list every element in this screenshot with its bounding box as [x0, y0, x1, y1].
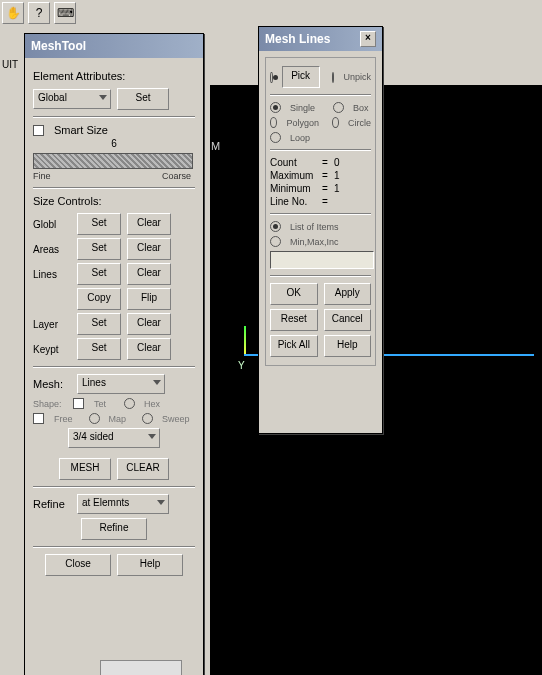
refine-label: Refine [33, 498, 71, 510]
size-controls-label: Size Controls: [33, 195, 195, 207]
map-radio[interactable] [89, 413, 100, 424]
polygon-label: Polygon [286, 118, 319, 128]
hex-label: Hex [144, 399, 160, 409]
smartsize-slider[interactable] [33, 153, 193, 169]
pickall-button[interactable]: Pick All [270, 335, 318, 357]
lines-copy-button[interactable]: Copy [77, 288, 121, 310]
ok-button[interactable]: OK [270, 283, 318, 305]
lines-set-button[interactable]: Set [77, 263, 121, 285]
meshlines-titlebar[interactable]: Mesh Lines × [259, 27, 382, 51]
areas-set-button[interactable]: Set [77, 238, 121, 260]
mesh-label: Mesh: [33, 378, 71, 390]
single-label: Single [290, 103, 315, 113]
meshtool-window: MeshTool Element Attributes: Global Set … [24, 33, 204, 675]
hex-radio[interactable] [124, 398, 135, 409]
element-attributes-label: Element Attributes: [33, 70, 195, 82]
sweep-label: Sweep [162, 414, 190, 424]
row-keypt-label: Keypt [33, 344, 71, 355]
smartsize-checkbox[interactable] [33, 125, 44, 136]
sided-dropdown[interactable]: 3/4 sided [68, 428, 160, 448]
pick-radio[interactable] [270, 72, 273, 83]
calc-icon[interactable]: ⌨ [54, 2, 76, 24]
mesh-button[interactable]: MESH [59, 458, 111, 480]
unpick-label: Unpick [343, 72, 371, 82]
tet-label: Tet [94, 399, 106, 409]
loop-radio[interactable] [270, 132, 281, 143]
window-title: MeshTool [31, 39, 86, 53]
help-button[interactable]: Help [117, 554, 183, 576]
sweep-radio[interactable] [142, 413, 153, 424]
max-key: Maximum [270, 170, 316, 181]
minmax-radio[interactable] [270, 236, 281, 247]
max-val: 1 [334, 170, 340, 181]
refine-button[interactable]: Refine [81, 518, 147, 540]
cancel-button[interactable]: Cancel [324, 309, 372, 331]
lineno-key: Line No. [270, 196, 316, 207]
row-globl-label: Globl [33, 219, 71, 230]
top-toolbar: ✋ ? ⌨ [0, 0, 78, 28]
window-title: Mesh Lines [265, 32, 330, 46]
meshtool-titlebar[interactable]: MeshTool [25, 34, 203, 58]
close-button[interactable]: Close [45, 554, 111, 576]
single-radio[interactable] [270, 102, 281, 113]
mesh-dropdown[interactable]: Lines [77, 374, 165, 394]
polygon-radio[interactable] [270, 117, 277, 128]
slider-coarse-label: Coarse [162, 171, 191, 181]
loop-label: Loop [290, 133, 310, 143]
unpick-radio[interactable] [332, 72, 335, 83]
min-val: 1 [334, 183, 340, 194]
pick-button[interactable]: Pick [282, 66, 320, 88]
tet-checkbox[interactable] [73, 398, 84, 409]
meshlines-window: Mesh Lines × Pick Unpick Single Box Poly… [258, 26, 383, 434]
count-key: Count [270, 157, 316, 168]
lines-clear-button[interactable]: Clear [127, 263, 171, 285]
close-icon[interactable]: × [360, 31, 376, 47]
shape-label: Shape: [33, 399, 67, 409]
listitems-radio[interactable] [270, 221, 281, 232]
layer-clear-button[interactable]: Clear [127, 313, 171, 335]
free-label: Free [54, 414, 73, 424]
layer-set-button[interactable]: Set [77, 313, 121, 335]
y-label: Y [238, 360, 245, 371]
refine-dropdown[interactable]: at Elemnts [77, 494, 169, 514]
smartsize-value: 6 [33, 138, 195, 149]
row-areas-label: Areas [33, 244, 71, 255]
apply-button[interactable]: Apply [324, 283, 372, 305]
y-axis-line [244, 326, 246, 356]
clear-mesh-button[interactable]: CLEAR [117, 458, 169, 480]
free-checkbox[interactable] [33, 413, 44, 424]
keypt-set-button[interactable]: Set [77, 338, 121, 360]
row-lines-label: Lines [33, 269, 71, 280]
keypt-clear-button[interactable]: Clear [127, 338, 171, 360]
map-label: Map [109, 414, 127, 424]
slider-fine-label: Fine [33, 171, 51, 181]
min-key: Minimum [270, 183, 316, 194]
lines-flip-button[interactable]: Flip [127, 288, 171, 310]
viewport-label-m: M [211, 140, 220, 152]
box-radio[interactable] [333, 102, 344, 113]
smartsize-label: Smart Size [54, 124, 108, 136]
count-val: 0 [334, 157, 340, 168]
listitems-label: List of Items [290, 222, 339, 232]
set-elemattr-button[interactable]: Set [117, 88, 169, 110]
help-button[interactable]: Help [324, 335, 372, 357]
selection-input[interactable] [270, 251, 374, 269]
globl-clear-button[interactable]: Clear [127, 213, 171, 235]
minmax-label: Min,Max,Inc [290, 237, 339, 247]
areas-clear-button[interactable]: Clear [127, 238, 171, 260]
taskbar-tab[interactable] [100, 660, 182, 675]
circle-radio[interactable] [332, 117, 339, 128]
reset-button[interactable]: Reset [270, 309, 318, 331]
box-label: Box [353, 103, 369, 113]
globl-set-button[interactable]: Set [77, 213, 121, 235]
hand-icon[interactable]: ✋ [2, 2, 24, 24]
circle-label: Circle [348, 118, 371, 128]
row-layer-label: Layer [33, 319, 71, 330]
help-icon[interactable]: ? [28, 2, 50, 24]
global-dropdown[interactable]: Global [33, 89, 111, 109]
